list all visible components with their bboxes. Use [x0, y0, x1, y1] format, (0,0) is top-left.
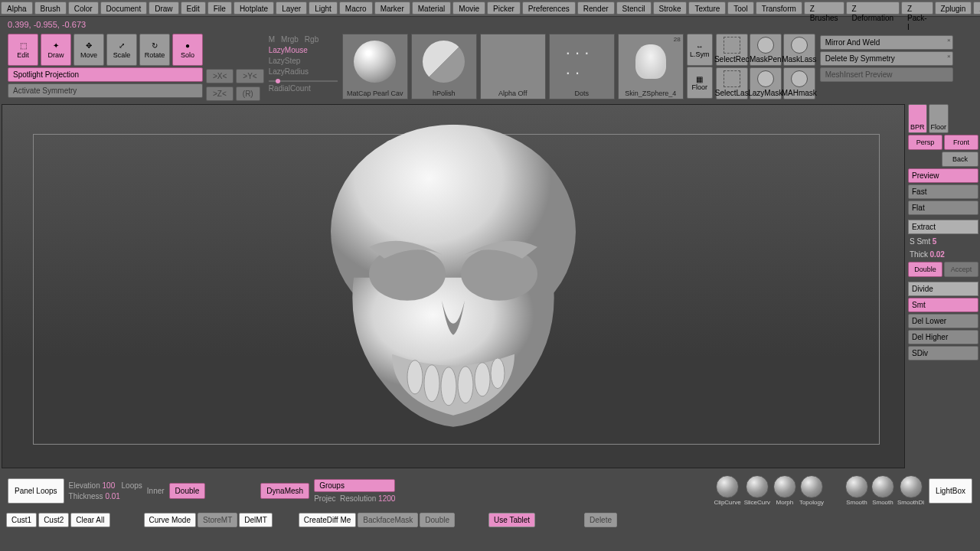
- persp-button[interactable]: Persp: [908, 135, 942, 150]
- resolution-slider[interactable]: Projec Resolution 1200: [314, 494, 395, 503]
- menu-color[interactable]: Color: [68, 2, 99, 15]
- smooth-brush-2[interactable]: Smooth: [871, 475, 894, 506]
- tool-preview[interactable]: 28Skin_ZSphere_4: [618, 34, 684, 99]
- menu-layer[interactable]: Layer: [276, 2, 307, 15]
- lazyradius-slider[interactable]: [269, 80, 338, 82]
- sym-r-button[interactable]: (R): [236, 86, 260, 101]
- mirror-weld-button[interactable]: Mirror And Weld×: [820, 35, 953, 50]
- cust2-button[interactable]: Cust2: [38, 513, 69, 527]
- ssmt-slider[interactable]: S Smt 5: [908, 236, 978, 247]
- panel-double-button[interactable]: Double: [169, 483, 206, 499]
- delete-button[interactable]: Delete: [584, 513, 617, 527]
- menu-macro[interactable]: Macro: [339, 2, 373, 15]
- menu-zpack[interactable]: Z Pack-I: [901, 2, 933, 15]
- menu-stroke[interactable]: Stroke: [653, 2, 688, 15]
- brush-preview-hpolish[interactable]: hPolish: [411, 34, 477, 99]
- elevation-slider[interactable]: Elevation 100 Loops: [69, 481, 142, 490]
- menu-texture[interactable]: Texture: [688, 2, 726, 15]
- clear-all-button[interactable]: Clear All: [70, 513, 109, 527]
- menu-file[interactable]: File: [207, 2, 232, 15]
- menu-zbrushes[interactable]: Z Brushes: [804, 2, 844, 15]
- masklasso-button[interactable]: MaskLass: [783, 34, 815, 66]
- canvas-viewport[interactable]: [2, 104, 905, 468]
- menu-zplugin[interactable]: Zplugin: [935, 2, 972, 15]
- menu-zdeform[interactable]: Z Deformation: [846, 2, 900, 15]
- menu-marker[interactable]: Marker: [374, 2, 410, 15]
- sdiv-slider[interactable]: SDiv: [908, 346, 978, 360]
- thick-slider[interactable]: Thick 0.02: [908, 249, 978, 260]
- backface-mask-button[interactable]: BackfaceMask: [358, 513, 418, 527]
- lazymask-button[interactable]: LazyMask: [750, 67, 782, 99]
- front-button[interactable]: Front: [944, 135, 978, 150]
- lightbox-button[interactable]: LightBox: [929, 478, 972, 504]
- scale-button[interactable]: ⤢Scale: [106, 34, 137, 66]
- edit-mode-button[interactable]: ⬚Edit: [8, 34, 38, 66]
- rgb-toggle[interactable]: Rgb: [305, 35, 318, 44]
- del-higher-button[interactable]: Del Higher: [908, 330, 978, 344]
- bpr-button[interactable]: BPR: [908, 104, 927, 133]
- activate-symmetry-button[interactable]: Activate Symmetry: [8, 83, 203, 98]
- accept-button[interactable]: Accept: [944, 262, 978, 277]
- groups-button[interactable]: Groups: [314, 479, 395, 492]
- topology-brush[interactable]: Topology: [799, 475, 824, 506]
- fast-button[interactable]: Fast: [908, 184, 978, 199]
- solo-button[interactable]: ●Solo: [172, 34, 203, 66]
- menu-picker[interactable]: Picker: [487, 2, 521, 15]
- floor-toggle[interactable]: Floor: [929, 104, 949, 133]
- selectlasso-button[interactable]: SelectLas: [716, 67, 748, 99]
- mrgb-toggle[interactable]: Mrgb: [281, 35, 299, 44]
- dynamesh-button[interactable]: DynaMesh: [260, 483, 309, 499]
- menu-hotplate[interactable]: Hotplate: [234, 2, 274, 15]
- menu-light[interactable]: Light: [309, 2, 338, 15]
- smoothdi-brush[interactable]: SmoothDi: [897, 475, 924, 506]
- floor-button[interactable]: ▦Floor: [687, 67, 713, 99]
- sym-z-button[interactable]: >Z<: [206, 86, 234, 101]
- menu-transform[interactable]: Transform: [756, 2, 802, 15]
- morph-brush[interactable]: Morph: [773, 475, 796, 506]
- material-preview[interactable]: MatCap Pearl Cav: [342, 34, 408, 99]
- sym-y-button[interactable]: >Y<: [236, 69, 263, 83]
- divide-section[interactable]: Divide: [908, 282, 978, 296]
- lazymouse-toggle[interactable]: LazyMouse: [269, 46, 338, 54]
- menu-zscript[interactable]: Zscript: [973, 2, 980, 15]
- menu-brush[interactable]: Brush: [34, 2, 67, 15]
- flat-button[interactable]: Flat: [908, 201, 978, 215]
- thickness-slider[interactable]: Thickness 0.01: [69, 492, 142, 500]
- cust1-button[interactable]: Cust1: [6, 513, 37, 527]
- store-mt-button[interactable]: StoreMT: [198, 513, 237, 527]
- slicecurve-brush[interactable]: SliceCurv: [744, 475, 770, 506]
- mahmask-button[interactable]: MAHmask: [783, 67, 815, 99]
- menu-material[interactable]: Material: [412, 2, 452, 15]
- smt-button[interactable]: Smt: [908, 298, 978, 312]
- menu-tool[interactable]: Tool: [727, 2, 753, 15]
- menu-preferences[interactable]: Preferences: [522, 2, 576, 15]
- rotate-button[interactable]: ↻Rotate: [139, 34, 170, 66]
- menu-edit[interactable]: Edit: [181, 2, 206, 15]
- alpha-preview[interactable]: Alpha Off: [480, 34, 546, 99]
- selectrec-button[interactable]: SelectRec: [716, 34, 748, 66]
- panel-loops-button[interactable]: Panel Loops: [8, 478, 64, 504]
- menu-movie[interactable]: Movie: [452, 2, 485, 15]
- spotlight-projection-button[interactable]: Spotlight Projection: [8, 67, 203, 82]
- draw-mode-button[interactable]: ✦Draw: [41, 34, 71, 66]
- back-button[interactable]: Back: [942, 152, 978, 167]
- sym-x-button[interactable]: >X<: [206, 69, 234, 83]
- preview-button[interactable]: Preview: [908, 168, 978, 183]
- m-toggle[interactable]: M: [269, 35, 275, 44]
- radialcount-label[interactable]: RadialCount: [269, 84, 338, 93]
- menu-render[interactable]: Render: [577, 2, 615, 15]
- move-button[interactable]: ✥Move: [74, 34, 104, 66]
- lazyradius-label[interactable]: LazyRadius: [269, 67, 338, 76]
- double-button[interactable]: Double: [908, 262, 942, 277]
- curve-mode-button[interactable]: Curve Mode: [144, 513, 196, 527]
- smooth-brush-1[interactable]: Smooth: [845, 475, 868, 506]
- creatediff-button[interactable]: CreateDiff Me: [299, 513, 357, 527]
- lazystep-label[interactable]: LazyStep: [269, 57, 338, 65]
- use-tablet-button[interactable]: Use Tablet: [488, 513, 535, 527]
- menu-stencil[interactable]: Stencil: [616, 2, 652, 15]
- menu-alpha[interactable]: Alpha: [1, 2, 33, 15]
- maskpen-button[interactable]: MaskPen: [750, 34, 782, 66]
- menu-draw[interactable]: Draw: [149, 2, 178, 15]
- extract-section[interactable]: Extract: [908, 220, 978, 234]
- double-footer-button[interactable]: Double: [420, 513, 455, 527]
